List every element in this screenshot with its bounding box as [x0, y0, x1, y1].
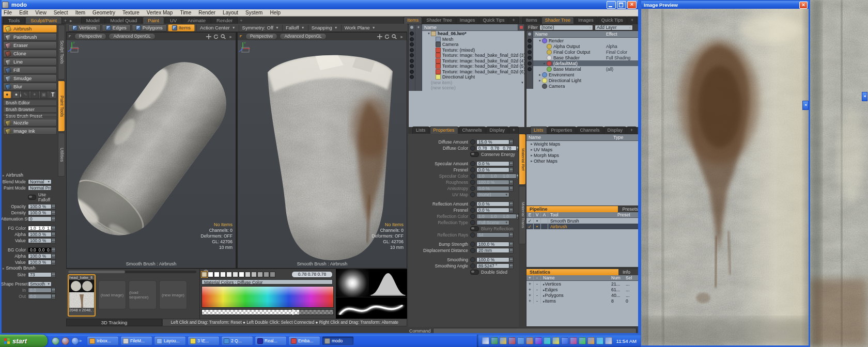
prop-field-specular-color[interactable]: 1.0 1.0 1.0 — [476, 174, 517, 179]
visibility-cell[interactable] — [526, 72, 533, 77]
eye-icon[interactable] — [410, 64, 414, 68]
expand-icon[interactable]: ▸ — [530, 142, 534, 146]
stepper-icon[interactable] — [509, 247, 514, 254]
tab-channels[interactable]: Channels — [459, 127, 486, 134]
color-spectrum[interactable] — [202, 286, 334, 308]
stepper-icon[interactable] — [52, 272, 56, 278]
list-row[interactable]: ▸Other Maps — [526, 158, 638, 164]
prop-field-value[interactable]: 100.0 % — [28, 260, 52, 265]
tab-lists[interactable]: Lists — [530, 127, 547, 134]
channel-icon[interactable] — [470, 180, 475, 185]
add-cell[interactable] — [415, 31, 422, 37]
channel-icon[interactable] — [470, 220, 475, 225]
quick-launch-icon[interactable] — [52, 337, 59, 345]
list-row[interactable]: ▸Weight Maps — [526, 141, 638, 147]
tool-fill[interactable]: Fill — [3, 66, 57, 74]
add-cell[interactable] — [415, 48, 422, 53]
eye-icon[interactable] — [410, 37, 414, 41]
menu-item-select[interactable]: Select — [50, 9, 72, 16]
visibility-cell[interactable] — [526, 77, 533, 83]
menu-item-texture[interactable]: Texture — [119, 9, 143, 16]
eye-icon[interactable] — [528, 39, 532, 43]
tool-clone[interactable]: Clone — [3, 50, 57, 57]
tree-row[interactable]: ▾head_06.lwo* — [409, 31, 524, 37]
task-button-filem[interactable]: FileM... — [120, 336, 152, 345]
prop-field-bg-color[interactable]: 0.0 0.0 0.0 — [28, 247, 52, 253]
stepper-icon[interactable] — [52, 287, 56, 293]
stepper-icon[interactable] — [509, 139, 514, 145]
viewport-shading-button[interactable]: Advanced OpenGL — [280, 33, 326, 40]
tray-icon[interactable] — [517, 337, 524, 344]
add-cell[interactable] — [415, 58, 422, 64]
prop-field-alpha[interactable]: 100.0 % — [28, 232, 52, 237]
tab-images[interactable]: Images — [575, 17, 597, 24]
tab-quick-tips[interactable]: Quick Tips — [479, 17, 508, 24]
lists-type-header[interactable]: Type — [613, 135, 638, 140]
menu-item-system[interactable]: System — [242, 9, 266, 16]
tab-uv[interactable]: UV — [165, 17, 182, 24]
image-preview-titlebar[interactable]: Image Preview — [641, 1, 809, 9]
shader-name-header[interactable]: Name — [533, 31, 606, 37]
tool-image-ink[interactable]: Image Ink — [3, 127, 57, 135]
chevron-down-icon[interactable]: ▾ — [520, 81, 524, 85]
prop-field-smoothing-angle[interactable]: 89.5247 ° — [476, 263, 509, 269]
prop-field-reflection-rays[interactable]: 64 — [476, 232, 509, 238]
tree-row[interactable]: Texture: Image: head_bake_final_02d (5) — [409, 64, 524, 69]
menu-item-time[interactable]: Time — [176, 9, 195, 16]
add-column-icon[interactable]: + — [415, 24, 422, 30]
eye-icon[interactable] — [410, 53, 414, 57]
viewport-corner-icon[interactable] — [69, 35, 71, 38]
shader-row[interactable]: Base ShaderFull Shading — [526, 55, 638, 60]
zoom-icon[interactable] — [392, 34, 397, 39]
stepper-icon[interactable] — [52, 210, 56, 216]
visibility-cell[interactable] — [409, 74, 415, 80]
eye-icon[interactable] — [528, 44, 532, 49]
visibility-cell[interactable] — [409, 53, 415, 58]
shader-row[interactable]: ▸(defaultMat) — [526, 60, 638, 66]
tool-smudge[interactable]: Smudge — [3, 74, 57, 82]
add-cell[interactable] — [415, 42, 422, 48]
visible-dot[interactable]: • — [534, 224, 541, 229]
stepper-icon[interactable] — [52, 225, 56, 231]
add-cell[interactable] — [415, 80, 422, 86]
tool-eraser[interactable]: Eraser — [3, 41, 57, 49]
menu-item-geometry[interactable]: Geometry — [89, 9, 119, 16]
eye-icon[interactable] — [410, 75, 414, 79]
tree-row[interactable]: Texture: Image: head_bake_final_02d (3) — [409, 53, 524, 58]
task-button-modo[interactable]: modo — [322, 336, 354, 345]
statistics-tab[interactable]: Statistics — [526, 269, 618, 275]
channel-icon[interactable] — [470, 167, 475, 172]
dropdown-symmetry-off[interactable]: Symmetry: Off▼ — [239, 25, 282, 31]
tab-animate[interactable]: Animate — [182, 17, 211, 24]
checkbox-blurry-reflection[interactable] — [470, 226, 479, 231]
channel-icon[interactable] — [470, 161, 475, 166]
tab-control-icon[interactable]: ▸ — [68, 18, 74, 24]
stepper-icon[interactable] — [509, 207, 514, 213]
expand-icon[interactable]: ▾ — [538, 39, 542, 43]
prop-field-out[interactable]: 0.0 — [28, 294, 52, 299]
prop-field-uv-map[interactable]: (none)▾ — [476, 192, 509, 197]
tab-model[interactable]: Model — [81, 17, 105, 24]
tree-row[interactable]: Camera — [409, 42, 524, 48]
channel-icon[interactable] — [470, 139, 475, 145]
channel-icon[interactable] — [470, 192, 475, 197]
eye-icon[interactable] — [528, 61, 532, 66]
task-button-3-e[interactable]: 3 \E... — [188, 336, 220, 345]
checkbox-use-falloff[interactable] — [28, 195, 36, 200]
tracking-mode-label[interactable]: 3D Tracking — [66, 319, 162, 326]
viewport-menu-arrow-icon[interactable]: ▸ — [399, 34, 405, 40]
channel-icon[interactable] — [470, 146, 475, 151]
prop-field-anisotropy[interactable]: 0.0 % — [476, 186, 509, 191]
viewport-2-canvas[interactable]: No Items Channels: 0Deformers: OFFGL: 42… — [238, 40, 407, 268]
tab-control-icon[interactable]: + — [238, 18, 244, 24]
eye-icon[interactable] — [410, 70, 414, 74]
eye-icon[interactable] — [410, 42, 414, 46]
stepper-icon[interactable] — [52, 253, 56, 259]
clips-scrollbar[interactable] — [68, 271, 196, 273]
color-swatch[interactable] — [208, 272, 213, 277]
prop-field-reflection-color[interactable]: 1.0 1.0 1.0 — [476, 214, 517, 219]
tray-icon[interactable] — [544, 337, 551, 344]
clip-load-sequence[interactable]: (load sequence) — [129, 280, 157, 309]
stepper-icon[interactable] — [509, 185, 514, 192]
visible-dot[interactable]: • — [534, 218, 541, 224]
